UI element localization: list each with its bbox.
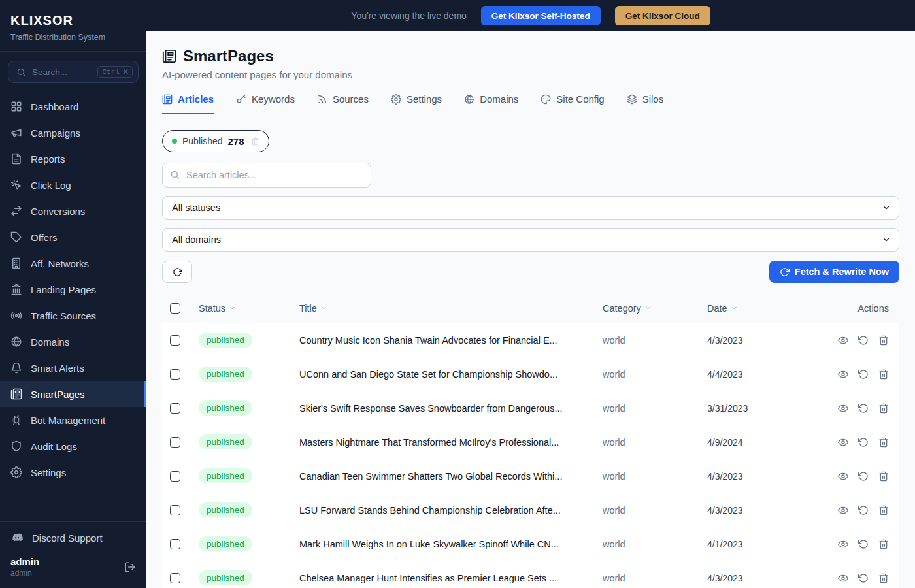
sidebar-item-label: Dashboard <box>31 101 78 112</box>
get-cloud-button[interactable]: Get Klixsor Cloud <box>615 6 710 25</box>
article-title[interactable]: Masters Nightmare That Transformed McIlr… <box>291 437 595 448</box>
page-title-row: SmartPages <box>162 47 899 65</box>
article-title[interactable]: LSU Forward Stands Behind Championship C… <box>291 505 595 515</box>
article-date: 4/3/2023 <box>699 505 821 515</box>
article-search-input[interactable] <box>162 163 371 188</box>
row-checkbox[interactable] <box>170 539 180 549</box>
rewrite-article-icon[interactable] <box>858 471 869 482</box>
column-header-status[interactable]: Status <box>191 303 291 314</box>
view-article-icon[interactable] <box>838 471 848 482</box>
tab-keywords[interactable]: Keywords <box>236 93 295 114</box>
rewrite-article-icon[interactable] <box>858 403 869 414</box>
delete-article-icon[interactable] <box>878 505 889 515</box>
article-title[interactable]: Skier's Swift Response Saves Snowboarder… <box>291 403 595 414</box>
column-label: Date <box>707 303 727 314</box>
table-row: publishedChelsea Manager Hunt Intensifie… <box>162 561 899 588</box>
delete-article-icon[interactable] <box>878 539 889 549</box>
delete-article-icon[interactable] <box>878 335 889 346</box>
column-header-category[interactable]: Category <box>595 303 699 314</box>
sidebar-item-aff-networks[interactable]: Aff. Networks <box>0 250 146 276</box>
tab-articles[interactable]: Articles <box>162 93 214 114</box>
row-checkbox[interactable] <box>170 505 180 515</box>
sidebar-item-audit-logs[interactable]: Audit Logs <box>0 433 146 459</box>
logout-icon[interactable] <box>124 561 136 573</box>
sidebar-item-offers[interactable]: Offers <box>0 224 146 250</box>
sidebar-item-reports[interactable]: Reports <box>0 146 146 172</box>
rewrite-article-icon[interactable] <box>858 505 869 515</box>
rewrite-article-icon[interactable] <box>858 335 869 346</box>
sidebar-search[interactable]: Search... Ctrl K <box>8 61 139 83</box>
sidebar-item-click-log[interactable]: Click Log <box>0 172 146 198</box>
rewrite-article-icon[interactable] <box>858 573 869 583</box>
delete-article-icon[interactable] <box>878 403 889 414</box>
view-article-icon[interactable] <box>838 437 848 448</box>
delete-article-icon[interactable] <box>878 437 889 448</box>
get-self-hosted-button[interactable]: Get Klixsor Self-Hosted <box>481 6 601 25</box>
article-category: world <box>595 539 699 549</box>
select-all-checkbox[interactable] <box>170 303 180 314</box>
row-checkbox[interactable] <box>170 335 180 346</box>
article-title[interactable]: Country Music Icon Shania Twain Advocate… <box>291 335 595 346</box>
globe-icon <box>10 336 22 348</box>
fetch-rewrite-button[interactable]: Fetch & Rewrite Now <box>769 261 899 283</box>
article-title[interactable]: Chelsea Manager Hunt Intensifies as Prem… <box>291 573 595 583</box>
tab-label: Settings <box>407 93 442 105</box>
column-header-title[interactable]: Title <box>291 303 595 314</box>
tab-site-config[interactable]: Site Config <box>541 93 604 114</box>
tab-silos[interactable]: Silos <box>627 93 664 114</box>
sidebar-item-traffic-sources[interactable]: Traffic Sources <box>0 302 146 329</box>
status-filter-select[interactable]: All statuses <box>162 196 899 220</box>
tab-domains[interactable]: Domains <box>464 93 518 114</box>
row-checkbox[interactable] <box>170 471 180 482</box>
tab-settings[interactable]: Settings <box>391 93 442 114</box>
newspaper-icon <box>162 94 173 105</box>
discord-support-link[interactable]: Discord Support <box>0 522 146 553</box>
sidebar-item-smartpages[interactable]: SmartPages <box>0 381 146 407</box>
actions-row: Fetch & Rewrite Now <box>162 261 899 283</box>
rewrite-article-icon[interactable] <box>858 539 869 549</box>
row-checkbox[interactable] <box>170 403 180 414</box>
sidebar-item-conversions[interactable]: Conversions <box>0 198 146 224</box>
checkbox-cell <box>162 505 191 515</box>
table-header: StatusTitleCategoryDateActions <box>162 293 899 323</box>
view-article-icon[interactable] <box>838 539 848 549</box>
page-subtitle: AI-powered content pages for your domain… <box>162 69 899 80</box>
delete-article-icon[interactable] <box>878 573 889 583</box>
refresh-button[interactable] <box>162 261 192 283</box>
view-article-icon[interactable] <box>838 573 848 583</box>
domain-filter-select[interactable]: All domains <box>162 228 899 252</box>
sidebar-item-domains[interactable]: Domains <box>0 329 146 355</box>
row-checkbox[interactable] <box>170 437 180 448</box>
row-checkbox[interactable] <box>170 573 180 583</box>
delete-article-icon[interactable] <box>878 471 889 482</box>
green-status-dot <box>172 139 177 144</box>
delete-article-icon[interactable] <box>878 369 889 380</box>
sidebar-item-settings[interactable]: Settings <box>0 459 146 485</box>
published-filter-pill[interactable]: Published 278 <box>162 130 269 152</box>
sidebar-item-smart-alerts[interactable]: Smart Alerts <box>0 355 146 381</box>
sidebar-item-campaigns[interactable]: Campaigns <box>0 120 146 146</box>
trash-icon[interactable] <box>251 137 259 146</box>
column-header-date[interactable]: Date <box>699 303 821 314</box>
refresh-icon <box>780 267 790 277</box>
row-checkbox[interactable] <box>170 369 180 380</box>
sidebar-item-dashboard[interactable]: Dashboard <box>0 93 146 120</box>
table-row: publishedMasters Nightmare That Transfor… <box>162 425 899 459</box>
sidebar-search-placeholder: Search... <box>32 67 97 77</box>
article-title[interactable]: Canadian Teen Swimmer Shatters Two Globa… <box>291 471 595 482</box>
article-category: world <box>595 437 699 448</box>
tab-sources[interactable]: Sources <box>317 93 369 114</box>
rewrite-article-icon[interactable] <box>858 369 869 380</box>
view-article-icon[interactable] <box>838 369 848 380</box>
sidebar-item-bot-management[interactable]: Bot Management <box>0 407 146 433</box>
checkbox-cell <box>162 573 191 583</box>
article-title[interactable]: UConn and San Diego State Set for Champi… <box>291 369 595 380</box>
app-root: KLIXSOR Traffic Distribution System Sear… <box>0 0 915 588</box>
article-title[interactable]: Mark Hamill Weighs In on Luke Skywalker … <box>291 539 595 549</box>
view-article-icon[interactable] <box>838 403 848 414</box>
view-article-icon[interactable] <box>838 505 848 515</box>
search-shortcut-badge: Ctrl K <box>97 66 133 78</box>
view-article-icon[interactable] <box>838 335 848 346</box>
sidebar-item-landing-pages[interactable]: Landing Pages <box>0 276 146 302</box>
rewrite-article-icon[interactable] <box>858 437 869 448</box>
